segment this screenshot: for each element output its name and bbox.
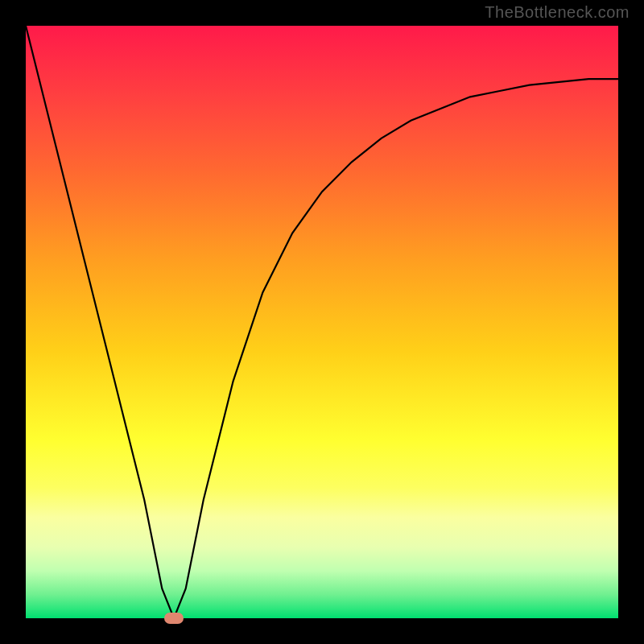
plot-area [26, 26, 618, 618]
curve-svg [26, 26, 618, 618]
optimal-marker [164, 613, 184, 624]
bottleneck-curve [26, 26, 618, 618]
watermark-label: TheBottleneck.com [485, 3, 630, 22]
chart-container: TheBottleneck.com [0, 0, 644, 644]
